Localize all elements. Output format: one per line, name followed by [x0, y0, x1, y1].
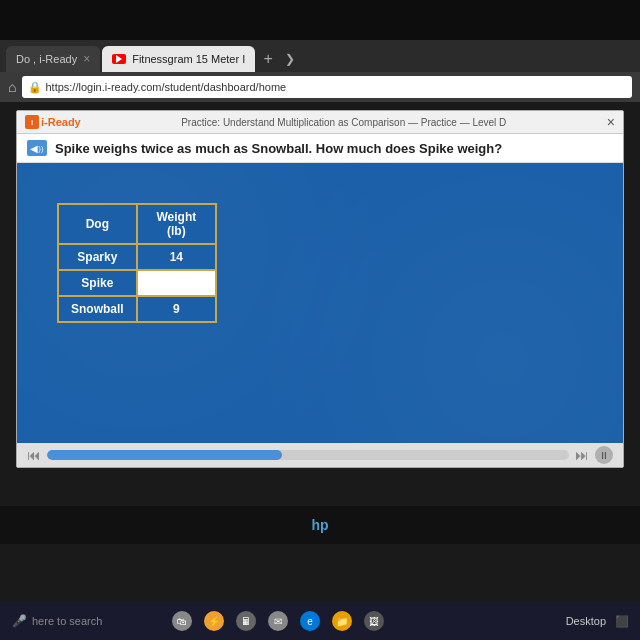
sparky-name: Sparky — [58, 244, 137, 270]
youtube-icon — [112, 54, 126, 64]
progress-bar — [47, 450, 569, 460]
sparky-weight: 14 — [137, 244, 216, 270]
table-row-snowball: Snowball 9 — [58, 296, 216, 322]
snowball-name: Snowball — [58, 296, 137, 322]
tab-add-button[interactable]: + — [257, 48, 279, 70]
taskbar: 🎤 here to search 🛍 ⚡ 🖩 ✉ e 📁 🖼 Desktop ⬛ — [0, 602, 640, 640]
taskbar-corner-icon[interactable]: ⬛ — [614, 613, 630, 629]
desktop-label[interactable]: Desktop — [566, 615, 606, 627]
col-dog-header: Dog — [58, 204, 137, 244]
tab-iready-close[interactable]: × — [83, 52, 90, 66]
taskbar-search-text: here to search — [32, 615, 102, 627]
taskbar-lightning-icon[interactable]: ⚡ — [200, 607, 228, 635]
home-icon[interactable]: ⌂ — [8, 79, 16, 95]
progress-fill — [47, 450, 282, 460]
iready-topbar: i i-Ready Practice: Understand Multiplic… — [17, 111, 623, 134]
address-bar: ⌂ 🔒 https://login.i-ready.com/student/da… — [0, 72, 640, 102]
url-input[interactable]: 🔒 https://login.i-ready.com/student/dash… — [22, 76, 632, 98]
speaker-button[interactable]: ◀ )) — [27, 140, 47, 156]
url-text: https://login.i-ready.com/student/dashbo… — [45, 81, 286, 93]
speaker-waves: )) — [38, 144, 43, 153]
spike-weight-input[interactable] — [137, 270, 216, 296]
iready-window: i i-Ready Practice: Understand Multiplic… — [16, 110, 624, 468]
taskbar-mic-icon: 🎤 — [12, 614, 26, 628]
tab-iready[interactable]: Do , i-Ready × — [6, 46, 100, 72]
desktop-background — [0, 476, 640, 506]
pause-button[interactable]: ⏸ — [595, 446, 613, 464]
progress-bar-area: ⏮ ⏭ ⏸ — [17, 443, 623, 467]
dog-weight-table: Dog Weight (lb) Sparky 14 Spike Snowball — [57, 203, 217, 323]
taskbar-bag-icon[interactable]: 🛍 — [168, 607, 196, 635]
snowball-weight: 9 — [137, 296, 216, 322]
skip-back-icon[interactable]: ⏮ — [27, 447, 41, 463]
table-row-sparky: Sparky 14 — [58, 244, 216, 270]
table-row-spike: Spike — [58, 270, 216, 296]
tab-fitnessgram[interactable]: Fitnessgram 15 Meter I — [102, 46, 255, 72]
tab-iready-label: Do , i-Ready — [16, 53, 77, 65]
browser-top-bar — [0, 0, 640, 40]
taskbar-mail-icon[interactable]: ✉ — [264, 607, 292, 635]
question-bar: ◀ )) Spike weighs twice as much as Snowb… — [17, 134, 623, 163]
col-weight-header: Weight (lb) — [137, 204, 216, 244]
tab-fitnessgram-label: Fitnessgram 15 Meter I — [132, 53, 245, 65]
spike-name: Spike — [58, 270, 137, 296]
lock-icon: 🔒 — [28, 81, 42, 94]
browser-tabs-bar: Do , i-Ready × Fitnessgram 15 Meter I + … — [0, 40, 640, 72]
search-bar[interactable]: 🎤 here to search — [4, 607, 164, 635]
taskbar-folder-icon[interactable]: 📁 — [328, 607, 356, 635]
tab-chevron[interactable]: ❯ — [281, 48, 299, 70]
iready-logo-text: i-Ready — [41, 116, 81, 128]
hp-logo: hp — [311, 517, 328, 533]
taskbar-calculator-icon[interactable]: 🖩 — [232, 607, 260, 635]
speaker-icon: ◀ — [30, 143, 38, 154]
skip-forward-icon[interactable]: ⏭ — [575, 447, 589, 463]
bottom-strip: hp — [0, 506, 640, 544]
question-text: Spike weighs twice as much as Snowball. … — [55, 141, 502, 156]
iready-logo: i i-Ready — [25, 115, 81, 129]
taskbar-icons: 🛍 ⚡ 🖩 ✉ e 📁 🖼 — [168, 607, 388, 635]
taskbar-photos-icon[interactable]: 🖼 — [360, 607, 388, 635]
taskbar-right: Desktop ⬛ — [566, 613, 636, 629]
taskbar-edge-icon[interactable]: e — [296, 607, 324, 635]
practice-label: Practice: Understand Multiplication as C… — [89, 117, 599, 128]
iready-logo-icon: i — [25, 115, 39, 129]
blue-content-area: Dog Weight (lb) Sparky 14 Spike Snowball — [17, 163, 623, 443]
iready-close-button[interactable]: × — [607, 114, 615, 130]
